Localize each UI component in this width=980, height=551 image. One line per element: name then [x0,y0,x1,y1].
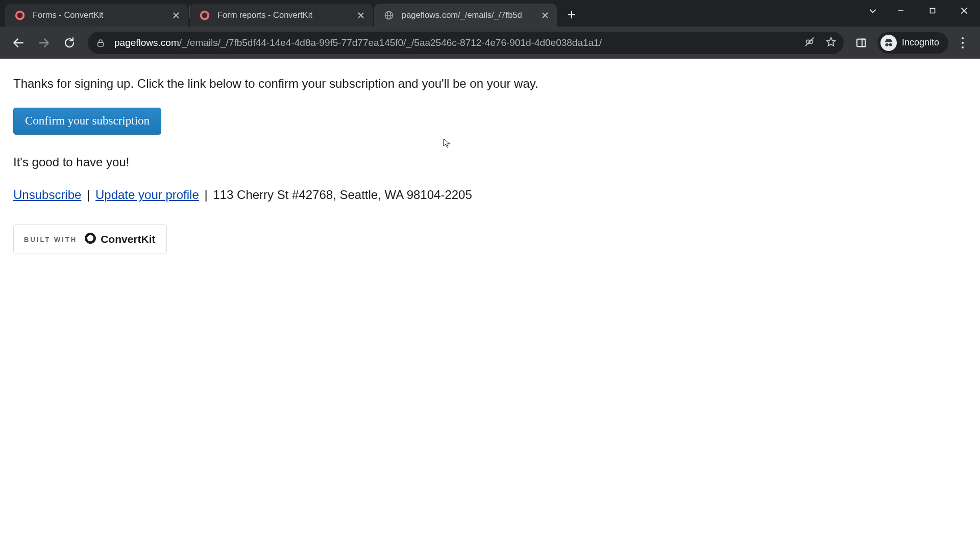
tab-strip: Forms - ConvertKit Form reports - Conver… [0,0,980,27]
separator: | [87,188,90,202]
built-with-convertkit-badge[interactable]: BUILT WITH ConvertKit [13,224,167,254]
svg-marker-25 [827,37,836,45]
badge-prefix: BUILT WITH [24,236,77,243]
svg-rect-26 [857,39,866,46]
footer-line: Unsubscribe | Update your profile | 113 … [13,188,967,202]
side-panel-button[interactable] [851,33,871,53]
incognito-icon [880,35,897,51]
browser-toolbar: pageflows.com/_/emails/_/7fb5df44-14e4-4… [0,27,980,59]
page-viewport: Thanks for signing up. Click the link be… [0,59,980,551]
tab-title: pageflows.com/_/emails/_/7fb5d [402,10,535,20]
browser-tab-active[interactable]: pageflows.com/_/emails/_/7fb5d [374,4,557,27]
close-tab-button[interactable] [172,11,181,20]
url-text: pageflows.com/_/emails/_/7fb5df44-14e4-4… [114,37,797,48]
badge-brand: ConvertKit [101,233,155,245]
new-tab-button[interactable] [561,5,582,24]
signoff-text: It's good to have you! [13,155,967,169]
separator: | [204,188,207,202]
svg-rect-29 [857,39,866,46]
address-bar[interactable]: pageflows.com/_/emails/_/7fb5df44-14e4-4… [88,32,844,54]
maximize-button[interactable] [917,0,948,21]
incognito-label: Incognito [902,37,939,48]
url-host: pageflows.com [114,37,179,48]
svg-point-31 [889,43,892,46]
window-controls [861,0,980,21]
browser-tab[interactable]: Forms - ConvertKit [5,4,188,27]
url-path: /_/emails/_/7fb5df44-14e4-4d8a-99f5-77d7… [179,37,602,48]
browser-chrome: Forms - ConvertKit Form reports - Conver… [0,0,980,59]
forward-button[interactable] [33,32,55,54]
back-button[interactable] [7,32,30,54]
mouse-cursor-icon [443,138,451,149]
tracking-protection-icon[interactable] [804,36,815,49]
lock-icon[interactable] [95,37,106,48]
convertkit-favicon-icon [14,10,26,21]
tab-search-button[interactable] [861,0,885,21]
close-tab-button[interactable] [541,11,550,20]
update-profile-link[interactable]: Update your profile [95,188,199,202]
confirm-subscription-button[interactable]: Confirm your subscription [13,108,161,135]
tab-title: Forms - ConvertKit [33,10,166,20]
convertkit-favicon-icon [199,10,210,21]
browser-tab[interactable]: Form reports - ConvertKit [190,4,373,27]
bookmark-star-icon[interactable] [825,36,837,49]
globe-favicon-icon [383,10,395,21]
svg-rect-28 [862,39,865,46]
unsubscribe-link[interactable]: Unsubscribe [13,188,81,202]
close-tab-button[interactable] [356,11,365,20]
browser-menu-button[interactable] [952,33,973,53]
convertkit-logo-icon [84,232,96,246]
svg-rect-21 [98,42,104,46]
svg-marker-35 [444,139,450,147]
mailing-address: 113 Cherry St #42768, Seattle, WA 98104-… [213,188,472,202]
incognito-indicator[interactable]: Incognito [877,32,948,54]
close-window-button[interactable] [948,0,980,21]
svg-point-30 [885,43,888,46]
tab-title: Form reports - ConvertKit [217,10,351,20]
svg-rect-32 [888,44,890,45]
minimize-button[interactable] [885,0,917,21]
intro-text: Thanks for signing up. Click the link be… [13,75,967,92]
svg-rect-16 [930,9,935,13]
reload-button[interactable] [58,32,81,54]
